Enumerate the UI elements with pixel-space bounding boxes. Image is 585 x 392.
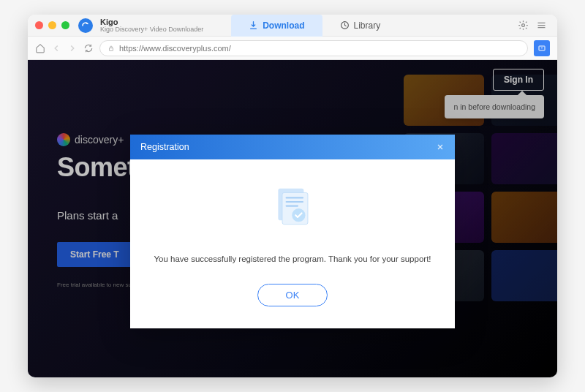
menu-icon[interactable] bbox=[536, 20, 547, 31]
app-name: Kigo bbox=[100, 18, 203, 26]
main-tabs: Download Library bbox=[231, 15, 512, 37]
close-icon[interactable] bbox=[436, 143, 445, 151]
svg-rect-5 bbox=[110, 48, 113, 50]
modal-header: Registration bbox=[130, 135, 455, 159]
library-icon bbox=[340, 20, 350, 30]
app-title: Kigo Kigo Discovery+ Video Downloader bbox=[100, 18, 203, 34]
settings-icon[interactable] bbox=[518, 20, 529, 31]
tab-library[interactable]: Library bbox=[322, 15, 399, 37]
window-controls bbox=[35, 21, 69, 29]
minimize-window-button[interactable] bbox=[48, 21, 56, 29]
back-icon[interactable] bbox=[51, 43, 61, 53]
document-success-icon bbox=[267, 181, 318, 233]
url-bar[interactable]: https://www.discoveryplus.com/ bbox=[99, 40, 528, 56]
browser-toolbar: https://www.discoveryplus.com/ bbox=[28, 37, 557, 60]
modal-message: You have successfully registered the pro… bbox=[151, 255, 434, 263]
tab-library-label: Library bbox=[354, 20, 381, 31]
lock-icon bbox=[107, 45, 115, 52]
close-window-button[interactable] bbox=[35, 21, 43, 29]
titlebar: Kigo Kigo Discovery+ Video Downloader Do… bbox=[28, 15, 557, 37]
url-text: https://www.discoveryplus.com/ bbox=[119, 44, 231, 53]
reload-icon[interactable] bbox=[83, 43, 94, 53]
modal-body: You have successfully registered the pro… bbox=[130, 159, 455, 328]
svg-point-1 bbox=[522, 24, 525, 27]
capture-icon bbox=[537, 44, 546, 53]
download-icon bbox=[249, 20, 258, 30]
home-icon[interactable] bbox=[35, 43, 45, 53]
page-content: discovery+ Somet Plans start a Start Fre… bbox=[28, 60, 557, 377]
forward-icon[interactable] bbox=[67, 43, 78, 53]
tab-download-label: Download bbox=[263, 20, 304, 31]
maximize-window-button[interactable] bbox=[61, 21, 69, 29]
app-window: Kigo Kigo Discovery+ Video Downloader Do… bbox=[28, 15, 557, 377]
app-logo-icon bbox=[78, 18, 93, 33]
app-subtitle: Kigo Discovery+ Video Downloader bbox=[100, 26, 203, 34]
title-actions bbox=[518, 20, 547, 31]
modal-title: Registration bbox=[140, 142, 189, 152]
capture-button[interactable] bbox=[534, 40, 550, 56]
registration-modal: Registration You have successfully regis… bbox=[130, 135, 455, 328]
ok-button[interactable]: OK bbox=[257, 284, 328, 306]
tab-download[interactable]: Download bbox=[231, 15, 322, 37]
